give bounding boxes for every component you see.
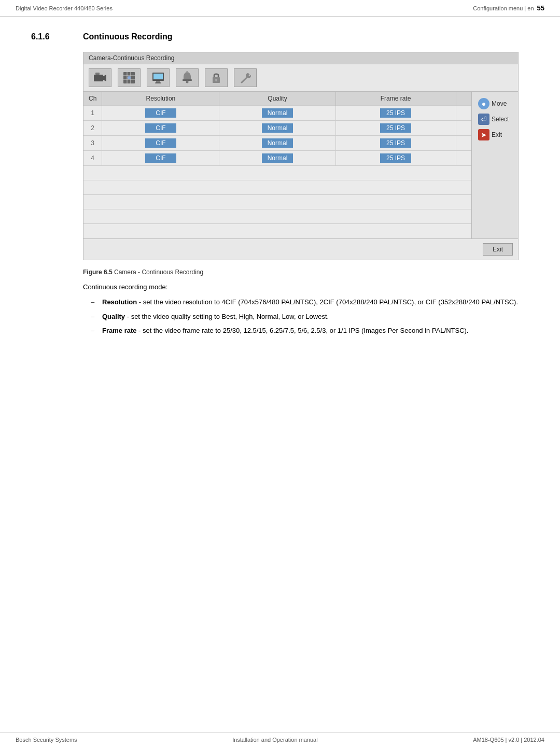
- lock-toolbar-icon[interactable]: [205, 68, 228, 87]
- table-row-empty: [83, 209, 471, 224]
- bullet-content: Frame rate - set the video frame rate to…: [102, 326, 468, 336]
- svg-rect-11: [156, 81, 160, 82]
- svg-rect-0: [94, 75, 103, 81]
- recording-table: Ch Resolution Quality Frame rate 1 CIF N…: [83, 92, 471, 238]
- toolbar-row: [83, 64, 518, 92]
- select-label: Select: [492, 116, 509, 123]
- footer-bar: Bosch Security Systems Installation and …: [0, 732, 560, 747]
- section-heading: 6.1.6 Continuous Recording: [31, 32, 529, 41]
- footer-left: Bosch Security Systems: [16, 737, 77, 743]
- main-content: 6.1.6 Continuous Recording Camera-Contin…: [0, 17, 560, 356]
- cell-resolution[interactable]: CIF: [102, 106, 219, 121]
- move-label: Move: [492, 100, 507, 107]
- header-right: Configuration menu | en 55: [473, 4, 544, 12]
- table-row-empty: [83, 166, 471, 180]
- cell-framerate[interactable]: 25 IPS: [335, 136, 456, 151]
- exit-side-icon: ➤: [478, 129, 489, 140]
- bullet-item: –Frame rate - set the video frame rate t…: [91, 326, 529, 336]
- svg-rect-15: [186, 71, 188, 73]
- cell-extra: [456, 136, 471, 151]
- figure-caption: Figure 6.5 Camera - Continuous Recording: [83, 269, 529, 276]
- footer-center: Installation and Operation manual: [232, 737, 318, 743]
- cell-quality[interactable]: Normal: [219, 106, 335, 121]
- bullet-item: –Quality - set the video quality setting…: [91, 312, 529, 322]
- cell-extra: [456, 151, 471, 166]
- table-row-empty: [83, 224, 471, 238]
- cell-resolution[interactable]: CIF: [102, 121, 219, 136]
- header-left: Digital Video Recorder 440/480 Series: [16, 5, 113, 11]
- select-button[interactable]: ⏎ Select: [476, 112, 511, 126]
- body-intro: Continuous recording mode:: [83, 282, 529, 292]
- bullet-dash: –: [91, 326, 97, 336]
- grid-toolbar-icon[interactable]: [118, 68, 141, 87]
- monitor-toolbar-icon[interactable]: [147, 68, 170, 87]
- figure-text: Camera - Continuous Recording: [114, 269, 203, 276]
- panel-title-bar: Camera-Continuous Recording: [83, 52, 518, 64]
- exit-side-button[interactable]: ➤ Exit: [476, 128, 504, 142]
- cell-framerate[interactable]: 25 IPS: [335, 151, 456, 166]
- cell-quality[interactable]: Normal: [219, 136, 335, 151]
- cell-resolution[interactable]: CIF: [102, 151, 219, 166]
- header-bar: Digital Video Recorder 440/480 Series Co…: [0, 0, 560, 17]
- cell-ch: 3: [83, 136, 102, 151]
- camera-toolbar-icon[interactable]: [89, 68, 111, 87]
- cell-ch: 4: [83, 151, 102, 166]
- col-ch: Ch: [83, 92, 102, 106]
- bullet-content: Resolution - set the video resolution to…: [102, 297, 518, 307]
- select-icon: ⏎: [478, 114, 489, 125]
- exit-button[interactable]: Exit: [483, 243, 513, 256]
- exit-side-label: Exit: [492, 131, 502, 138]
- bullet-dash: –: [91, 297, 97, 307]
- svg-point-14: [186, 81, 189, 83]
- table-row[interactable]: 2 CIF Normal 25 IPS: [83, 121, 471, 136]
- panel-footer: Exit: [83, 238, 518, 260]
- cell-resolution[interactable]: CIF: [102, 136, 219, 151]
- footer-right: AM18-Q605 | v2.0 | 2012.04: [473, 737, 544, 743]
- section-number: 6.1.6: [31, 32, 62, 41]
- cell-quality[interactable]: Normal: [219, 121, 335, 136]
- side-buttons-panel: ● Move ⏎ Select ➤ Exit: [471, 92, 518, 238]
- svg-rect-10: [153, 74, 163, 79]
- alarm-toolbar-icon[interactable]: [176, 68, 199, 87]
- col-resolution: Resolution: [102, 92, 219, 106]
- section-title: Continuous Recording: [83, 32, 172, 41]
- move-button[interactable]: ● Move: [476, 97, 509, 110]
- col-quality: Quality: [219, 92, 335, 106]
- svg-point-8: [128, 76, 131, 79]
- table-row-empty: [83, 180, 471, 195]
- svg-marker-1: [103, 75, 106, 81]
- figure-label: Figure 6.5: [83, 269, 113, 276]
- move-icon: ●: [478, 98, 489, 109]
- cell-ch: 1: [83, 106, 102, 121]
- bullet-dash: –: [91, 312, 97, 322]
- cell-quality[interactable]: Normal: [219, 151, 335, 166]
- table-row[interactable]: 3 CIF Normal 25 IPS: [83, 136, 471, 151]
- svg-rect-12: [155, 82, 161, 83]
- cell-framerate[interactable]: 25 IPS: [335, 121, 456, 136]
- cell-extra: [456, 106, 471, 121]
- cell-extra: [456, 121, 471, 136]
- bullet-content: Quality - set the video quality setting …: [102, 312, 329, 322]
- bullet-list: –Resolution - set the video resolution t…: [91, 297, 529, 336]
- col-framerate: Frame rate: [335, 92, 456, 106]
- table-row[interactable]: 4 CIF Normal 25 IPS: [83, 151, 471, 166]
- svg-rect-2: [95, 73, 100, 75]
- col-empty: [456, 92, 471, 106]
- svg-rect-18: [216, 80, 217, 81]
- panel-body: Ch Resolution Quality Frame rate 1 CIF N…: [83, 92, 518, 238]
- page-number: 55: [537, 4, 544, 12]
- table-row-empty: [83, 195, 471, 209]
- ui-panel: Camera-Continuous Recording: [83, 52, 519, 260]
- table-row[interactable]: 1 CIF Normal 25 IPS: [83, 106, 471, 121]
- wrench-toolbar-icon[interactable]: [234, 68, 257, 87]
- cell-ch: 2: [83, 121, 102, 136]
- header-right-text: Configuration menu | en: [473, 5, 534, 11]
- bullet-item: –Resolution - set the video resolution t…: [91, 297, 529, 307]
- cell-framerate[interactable]: 25 IPS: [335, 106, 456, 121]
